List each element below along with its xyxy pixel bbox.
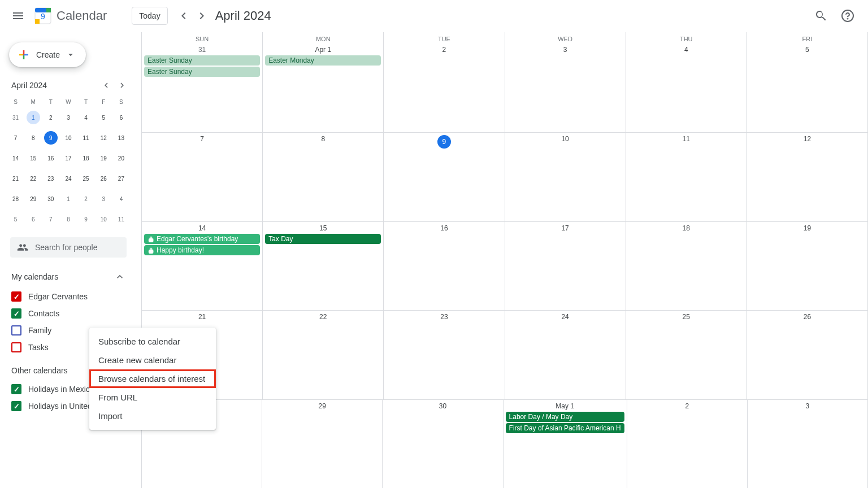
mini-day-cell[interactable]: 14	[7, 148, 24, 168]
calendar-item[interactable]: Contacts	[7, 305, 130, 322]
mini-day-cell[interactable]: 27	[112, 168, 130, 189]
mini-day-cell[interactable]: 9	[42, 128, 59, 148]
menu-item[interactable]: Browse calendars of interest	[89, 369, 216, 388]
day-cell[interactable]: 10	[505, 133, 626, 221]
day-cell[interactable]: 2	[384, 43, 505, 132]
mini-day-cell[interactable]: 26	[95, 168, 112, 189]
next-month-button[interactable]	[193, 7, 211, 25]
day-cell[interactable]: 7	[142, 133, 263, 221]
menu-item[interactable]: Import	[89, 407, 216, 425]
search-people-input[interactable]: Search for people	[10, 237, 127, 258]
event-chip[interactable]: Edgar Cervantes's birthday	[144, 234, 260, 244]
mini-day-cell[interactable]: 30	[42, 189, 59, 209]
mini-day-cell[interactable]: 1	[24, 107, 42, 128]
day-cell[interactable]: 24	[505, 311, 626, 399]
mini-day-cell[interactable]: 22	[24, 168, 42, 189]
calendar-checkbox[interactable]	[11, 308, 21, 319]
day-cell[interactable]: 4	[626, 43, 747, 132]
day-cell[interactable]: 18	[626, 222, 747, 310]
mini-prev-button[interactable]	[99, 79, 113, 92]
calendar-checkbox[interactable]	[11, 325, 21, 336]
day-cell[interactable]: 9	[384, 133, 505, 221]
mini-day-cell[interactable]: 6	[112, 107, 130, 128]
mini-day-cell[interactable]: 17	[59, 148, 77, 168]
day-cell[interactable]: Apr 1Easter Monday	[263, 43, 384, 132]
day-cell[interactable]: 23	[384, 311, 505, 399]
mini-day-cell[interactable]: 7	[42, 209, 59, 229]
menu-item[interactable]: Create new calendar	[89, 351, 216, 369]
mini-day-cell[interactable]: 13	[112, 128, 130, 148]
mini-day-cell[interactable]: 31	[7, 107, 24, 128]
day-cell[interactable]: 12	[747, 133, 868, 221]
mini-day-cell[interactable]: 29	[24, 189, 42, 209]
day-cell[interactable]: 5	[747, 43, 868, 132]
prev-month-button[interactable]	[175, 7, 193, 25]
mini-day-cell[interactable]: 25	[77, 168, 95, 189]
day-cell[interactable]: 17	[505, 222, 626, 310]
event-chip[interactable]: Easter Sunday	[144, 67, 260, 77]
event-chip[interactable]: Labor Day / May Day	[506, 412, 624, 422]
day-cell[interactable]: 29	[262, 400, 383, 488]
day-cell[interactable]: May 1Labor Day / May DayFirst Day of Asi…	[504, 400, 627, 488]
mini-day-cell[interactable]: 10	[59, 128, 77, 148]
day-cell[interactable]: 3	[505, 43, 626, 132]
mini-day-cell[interactable]: 4	[112, 189, 130, 209]
event-chip[interactable]: First Day of Asian Pacific American H	[506, 423, 624, 433]
event-chip[interactable]: Tax Day	[265, 234, 381, 244]
day-cell[interactable]: 19	[747, 222, 868, 310]
day-cell[interactable]: 11	[626, 133, 747, 221]
event-chip[interactable]: Happy birthday!	[144, 245, 260, 255]
my-calendars-toggle[interactable]: My calendars	[7, 268, 130, 286]
mini-day-cell[interactable]: 16	[42, 148, 59, 168]
mini-day-cell[interactable]: 12	[95, 128, 112, 148]
mini-day-cell[interactable]: 2	[77, 189, 95, 209]
mini-day-cell[interactable]: 11	[77, 128, 95, 148]
mini-day-cell[interactable]: 19	[95, 148, 112, 168]
create-button[interactable]: Create	[9, 42, 86, 67]
today-button[interactable]: Today	[132, 7, 167, 25]
menu-item[interactable]: Subscribe to calendar	[89, 332, 216, 351]
mini-day-cell[interactable]: 23	[42, 168, 59, 189]
calendar-checkbox[interactable]	[11, 401, 21, 411]
menu-item[interactable]: From URL	[89, 388, 216, 407]
mini-day-cell[interactable]: 3	[59, 107, 77, 128]
mini-day-cell[interactable]: 8	[59, 209, 77, 229]
mini-day-cell[interactable]: 4	[77, 107, 95, 128]
mini-day-cell[interactable]: 20	[112, 148, 130, 168]
day-cell[interactable]: 16	[384, 222, 505, 310]
mini-day-cell[interactable]: 3	[95, 189, 112, 209]
help-button[interactable]	[836, 5, 859, 27]
day-cell[interactable]: 14Edgar Cervantes's birthdayHappy birthd…	[142, 222, 263, 310]
mini-day-cell[interactable]: 5	[95, 107, 112, 128]
calendar-item[interactable]: Edgar Cervantes	[7, 288, 130, 305]
mini-day-cell[interactable]: 5	[7, 209, 24, 229]
mini-day-cell[interactable]: 10	[95, 209, 112, 229]
calendar-checkbox[interactable]	[11, 291, 21, 302]
mini-next-button[interactable]	[115, 79, 129, 92]
mini-day-cell[interactable]: 18	[77, 148, 95, 168]
day-cell[interactable]: 8	[263, 133, 384, 221]
mini-day-cell[interactable]: 15	[24, 148, 42, 168]
day-cell[interactable]: 31Easter SundayEaster Sunday	[142, 43, 263, 132]
event-chip[interactable]: Easter Monday	[265, 55, 381, 66]
day-cell[interactable]: 30	[383, 400, 503, 488]
main-menu-button[interactable]	[5, 2, 32, 29]
day-cell[interactable]: 3	[748, 400, 868, 488]
day-cell[interactable]: 15Tax Day	[263, 222, 384, 310]
mini-day-cell[interactable]: 8	[24, 128, 42, 148]
calendar-checkbox[interactable]	[11, 342, 21, 352]
day-cell[interactable]: 25	[626, 311, 747, 399]
mini-day-cell[interactable]: 6	[24, 209, 42, 229]
mini-day-cell[interactable]: 1	[59, 189, 77, 209]
mini-day-cell[interactable]: 28	[7, 189, 24, 209]
mini-day-cell[interactable]: 2	[42, 107, 59, 128]
mini-day-cell[interactable]: 11	[112, 209, 130, 229]
event-chip[interactable]: Easter Sunday	[144, 55, 260, 66]
search-button[interactable]	[809, 5, 832, 27]
mini-day-cell[interactable]: 9	[77, 209, 95, 229]
mini-day-cell[interactable]: 7	[7, 128, 24, 148]
mini-day-cell[interactable]: 21	[7, 168, 24, 189]
mini-day-cell[interactable]: 24	[59, 168, 77, 189]
day-cell[interactable]: 26	[747, 311, 868, 399]
day-cell[interactable]: 22	[263, 311, 384, 399]
